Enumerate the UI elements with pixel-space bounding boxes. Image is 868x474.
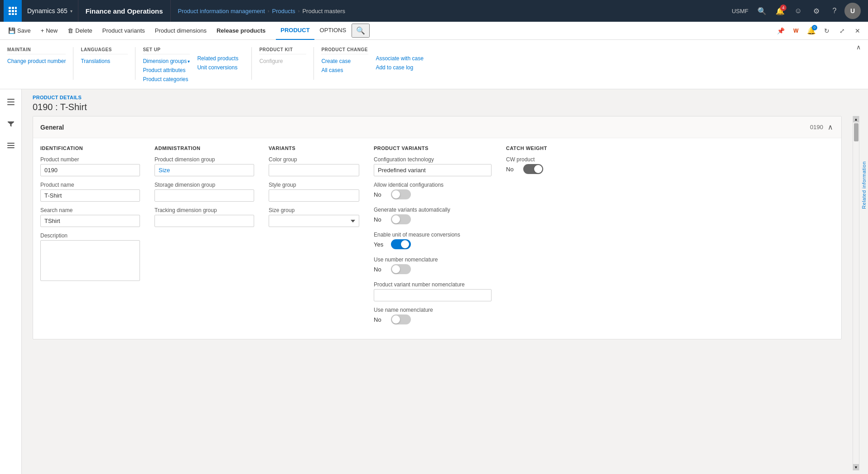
- delete-label: Delete: [75, 27, 92, 34]
- product-dimensions-label: Product dimensions: [155, 27, 207, 34]
- search-button[interactable]: 🔍: [754, 3, 770, 19]
- close-button[interactable]: ✕: [851, 24, 864, 38]
- release-products-button[interactable]: Release products: [212, 25, 270, 36]
- use-number-nomenclature-status: No: [374, 266, 387, 273]
- description-textarea[interactable]: [40, 240, 140, 281]
- product-dimension-group-input[interactable]: [154, 164, 254, 176]
- unit-conversions-link[interactable]: Unit conversions: [197, 63, 244, 72]
- svg-rect-3: [9, 10, 11, 12]
- ribbon-collapse-button[interactable]: ∧: [853, 42, 864, 53]
- hamburger-menu-button[interactable]: [2, 93, 20, 111]
- enable-uom-status: Yes: [374, 241, 387, 248]
- tracking-dimension-group-field: Tracking dimension group: [154, 207, 254, 227]
- svg-rect-7: [12, 13, 14, 15]
- ribbon-search-button[interactable]: 🔍: [352, 24, 370, 38]
- storage-dimension-group-input[interactable]: [154, 189, 254, 202]
- scroll-down-button[interactable]: ▼: [853, 464, 859, 470]
- pin-button[interactable]: 📌: [774, 24, 787, 38]
- cw-product-toggle[interactable]: [523, 164, 543, 174]
- notification-count: 4: [780, 5, 786, 11]
- change-title: PRODUCT CHANGE: [321, 47, 368, 54]
- user-face-button[interactable]: ☺: [790, 3, 806, 19]
- action-ribbon: 💾 Save + New 🗑 Delete Product variants P…: [0, 22, 868, 40]
- translations-link[interactable]: Translations: [81, 57, 128, 65]
- enable-uom-field: Enable unit of measure conversions Yes: [374, 232, 492, 249]
- svg-rect-6: [9, 13, 11, 15]
- svg-rect-14: [7, 147, 14, 148]
- tab-product-label: PRODUCT: [280, 27, 309, 34]
- divider-2: [135, 47, 135, 80]
- dimension-groups-link[interactable]: Dimension groups ▾: [143, 57, 190, 65]
- form-card-collapse-button[interactable]: ∧: [827, 122, 834, 132]
- size-group-select[interactable]: [269, 215, 359, 227]
- tracking-dimension-group-input[interactable]: [154, 215, 254, 227]
- use-number-nomenclature-field: Use number nomenclature No: [374, 256, 492, 274]
- settings-button[interactable]: ⚙: [808, 3, 825, 19]
- svg-rect-8: [15, 13, 17, 15]
- related-products-link[interactable]: Related products: [197, 54, 244, 63]
- config-technology-field: Configuration technology: [374, 156, 492, 176]
- allow-identical-status: No: [374, 191, 387, 198]
- tab-product[interactable]: PRODUCT: [276, 22, 314, 40]
- generate-variants-toggle[interactable]: [391, 214, 411, 224]
- config-technology-input[interactable]: [374, 164, 492, 176]
- variant-number-nomenclature-label: Product variant number nomenclature: [374, 281, 492, 288]
- administration-header: ADMINISTRATION: [154, 145, 254, 151]
- new-label: New: [46, 27, 58, 34]
- new-icon: +: [41, 27, 44, 34]
- breadcrumb-products[interactable]: Products: [272, 8, 295, 15]
- color-group-input[interactable]: [269, 164, 359, 176]
- breadcrumb-sep2: ›: [298, 8, 300, 14]
- product-attributes-link[interactable]: Product attributes: [143, 66, 190, 74]
- ribbon-notif-button[interactable]: 🔔 0: [805, 24, 818, 38]
- use-number-nomenclature-toggle[interactable]: [391, 264, 411, 274]
- fin-ops-label: Finance and Operations: [78, 0, 171, 22]
- list-view-button[interactable]: [2, 136, 20, 155]
- size-group-field: Size group: [269, 207, 359, 227]
- tab-options-label: OPTIONS: [320, 27, 347, 34]
- product-name-input[interactable]: [40, 189, 140, 202]
- allow-identical-toggle[interactable]: [391, 189, 411, 199]
- allow-identical-field: Allow identical configurations No: [374, 182, 492, 199]
- associate-with-case-link[interactable]: Associate with case: [376, 54, 423, 63]
- refresh-button[interactable]: ↻: [820, 24, 834, 38]
- search-name-input[interactable]: [40, 215, 140, 227]
- tab-options[interactable]: OPTIONS: [315, 22, 351, 40]
- related-info-label[interactable]: Related information: [861, 161, 867, 209]
- cw-product-label: CW product: [506, 156, 588, 163]
- variant-number-nomenclature-input[interactable]: [374, 289, 492, 301]
- menu-section-maintain: MAINTAIN Change product number: [7, 44, 73, 83]
- add-to-case-log-link[interactable]: Add to case log: [376, 63, 423, 72]
- ribbon-right-actions: 📌 W 🔔 0 ↻ ⤢ ✕: [774, 24, 864, 38]
- save-button[interactable]: 💾 Save: [4, 25, 35, 36]
- product-variants-button[interactable]: Product variants: [98, 25, 149, 36]
- scroll-up-button[interactable]: ▲: [853, 116, 859, 122]
- all-cases-link[interactable]: All cases: [321, 66, 368, 74]
- svg-rect-1: [12, 7, 14, 9]
- product-categories-link[interactable]: Product categories: [143, 75, 190, 83]
- notifications-button[interactable]: 🔔 4: [772, 3, 788, 19]
- dynamics-brand[interactable]: Dynamics 365 ▾: [22, 0, 78, 22]
- enable-uom-toggle[interactable]: [391, 239, 411, 249]
- style-group-input[interactable]: [269, 189, 359, 202]
- product-dimensions-button[interactable]: Product dimensions: [150, 25, 211, 36]
- breadcrumb-pim[interactable]: Product information management: [178, 8, 265, 15]
- svg-rect-12: [7, 143, 14, 144]
- avatar[interactable]: U: [844, 3, 861, 19]
- use-number-nomenclature-label: Use number nomenclature: [374, 256, 492, 263]
- form-card-id: 0190: [810, 124, 823, 131]
- search-name-label: Search name: [40, 207, 140, 213]
- app-grid-button[interactable]: [4, 0, 22, 22]
- maximize-button[interactable]: ⤢: [835, 24, 849, 38]
- configure-link: Configure: [259, 57, 306, 65]
- product-number-input[interactable]: [40, 164, 140, 176]
- scroll-thumb[interactable]: [854, 123, 858, 141]
- change-product-number-link[interactable]: Change product number: [7, 57, 66, 65]
- use-name-nomenclature-toggle[interactable]: [391, 314, 411, 324]
- create-case-link[interactable]: Create case: [321, 57, 368, 65]
- filter-button[interactable]: [2, 115, 20, 133]
- help-button[interactable]: ?: [826, 3, 843, 19]
- delete-button[interactable]: 🗑 Delete: [63, 25, 97, 36]
- office-button[interactable]: W: [789, 24, 803, 38]
- new-button[interactable]: + New: [36, 25, 63, 36]
